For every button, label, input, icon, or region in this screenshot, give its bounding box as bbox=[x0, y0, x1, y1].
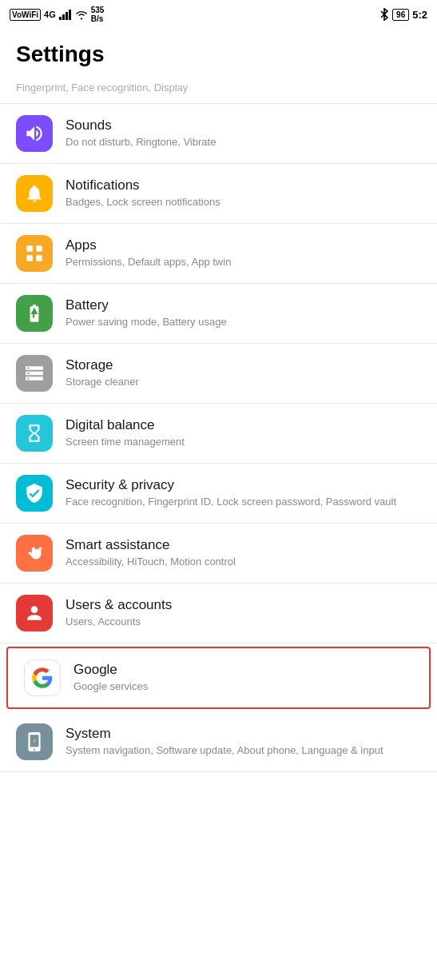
security-subtitle: Face recognition, Fingerprint ID, Lock s… bbox=[66, 495, 421, 509]
users-accounts-subtitle: Users, Accounts bbox=[66, 615, 421, 629]
sound-icon bbox=[24, 123, 45, 144]
status-left: VoWiFi 4G 535B/s bbox=[10, 6, 104, 23]
apps-text: Apps Permissions, Default apps, App twin bbox=[66, 237, 421, 269]
svg-rect-3 bbox=[69, 10, 71, 20]
status-right: 96 5:2 bbox=[379, 8, 427, 21]
settings-item-users-accounts[interactable]: Users & accounts Users, Accounts bbox=[0, 584, 437, 643]
shield-icon bbox=[24, 483, 45, 504]
system-subtitle: System navigation, Software update, Abou… bbox=[66, 743, 421, 758]
page-title: Settings bbox=[0, 29, 437, 75]
time: 5:2 bbox=[412, 9, 427, 21]
users-icon-wrapper bbox=[16, 595, 53, 631]
notifications-title: Notifications bbox=[66, 177, 421, 193]
svg-rect-1 bbox=[62, 14, 65, 20]
battery-icon bbox=[24, 303, 45, 324]
settings-item-google[interactable]: Google Google services bbox=[6, 647, 431, 709]
google-subtitle: Google services bbox=[73, 679, 413, 694]
speed-indicator: 535B/s bbox=[91, 6, 105, 23]
storage-title: Storage bbox=[66, 357, 421, 373]
status-bar: VoWiFi 4G 535B/s 96 5:2 bbox=[0, 0, 437, 29]
vowifi-indicator: VoWiFi bbox=[10, 9, 41, 21]
battery-icon-wrapper bbox=[16, 295, 53, 332]
system-icon-wrapper: i bbox=[16, 723, 53, 760]
settings-item-sounds[interactable]: Sounds Do not disturb, Ringtone, Vibrate bbox=[0, 104, 437, 164]
users-accounts-title: Users & accounts bbox=[66, 597, 421, 613]
svg-rect-6 bbox=[26, 255, 33, 261]
system-icon: i bbox=[24, 731, 45, 752]
storage-text: Storage Storage cleaner bbox=[66, 357, 421, 389]
security-text: Security & privacy Face recognition, Fin… bbox=[66, 477, 421, 509]
google-icon-wrapper bbox=[24, 659, 61, 696]
svg-rect-0 bbox=[59, 17, 62, 20]
sounds-icon-wrapper bbox=[16, 115, 53, 152]
signal-4g: 4G bbox=[44, 10, 56, 19]
sounds-subtitle: Do not disturb, Ringtone, Vibrate bbox=[66, 135, 421, 149]
battery-subtitle: Power saving mode, Battery usage bbox=[66, 315, 421, 329]
hand-icon bbox=[24, 543, 45, 564]
partial-item: Fingerprint, Face recognition, Display bbox=[0, 75, 437, 104]
user-icon bbox=[24, 603, 45, 623]
svg-rect-4 bbox=[26, 245, 33, 252]
settings-item-security-privacy[interactable]: Security & privacy Face recognition, Fin… bbox=[0, 464, 437, 524]
sounds-text: Sounds Do not disturb, Ringtone, Vibrate bbox=[66, 118, 421, 149]
settings-item-system[interactable]: i System System navigation, Software upd… bbox=[0, 712, 437, 772]
svg-rect-7 bbox=[36, 255, 42, 261]
signal-icon bbox=[59, 9, 72, 20]
settings-item-digital-balance[interactable]: Digital balance Screen time management bbox=[0, 404, 437, 464]
apps-subtitle: Permissions, Default apps, App twin bbox=[66, 255, 421, 269]
notifications-subtitle: Badges, Lock screen notifications bbox=[66, 195, 421, 209]
settings-item-smart-assistance[interactable]: Smart assistance Accessibility, HiTouch,… bbox=[0, 524, 437, 584]
notifications-text: Notifications Badges, Lock screen notifi… bbox=[66, 177, 421, 209]
smart-assistance-icon-wrapper bbox=[16, 535, 53, 572]
svg-rect-2 bbox=[66, 12, 68, 20]
battery-text: Battery Power saving mode, Battery usage bbox=[66, 297, 421, 329]
svg-rect-5 bbox=[36, 245, 42, 252]
system-text: System System navigation, Software updat… bbox=[66, 726, 421, 758]
settings-list: Sounds Do not disturb, Ringtone, Vibrate… bbox=[0, 104, 437, 772]
battery-indicator: 96 bbox=[392, 9, 409, 21]
apps-icon bbox=[24, 243, 45, 264]
smart-assistance-text: Smart assistance Accessibility, HiTouch,… bbox=[66, 537, 421, 569]
hourglass-icon bbox=[24, 423, 45, 444]
sounds-title: Sounds bbox=[66, 118, 421, 133]
users-accounts-text: Users & accounts Users, Accounts bbox=[66, 597, 421, 629]
storage-icon bbox=[24, 363, 45, 384]
security-title: Security & privacy bbox=[66, 477, 421, 493]
smart-assistance-subtitle: Accessibility, HiTouch, Motion control bbox=[66, 555, 421, 569]
battery-title: Battery bbox=[66, 297, 421, 313]
google-g-icon bbox=[31, 667, 54, 689]
apps-title: Apps bbox=[66, 237, 421, 253]
digital-balance-text: Digital balance Screen time management bbox=[66, 417, 421, 449]
storage-subtitle: Storage cleaner bbox=[66, 375, 421, 389]
wifi-icon bbox=[75, 9, 88, 20]
bell-icon bbox=[24, 183, 45, 204]
svg-text:i: i bbox=[34, 737, 35, 744]
settings-item-storage[interactable]: Storage Storage cleaner bbox=[0, 344, 437, 404]
settings-item-apps[interactable]: Apps Permissions, Default apps, App twin bbox=[0, 224, 437, 284]
bluetooth-icon bbox=[379, 8, 389, 21]
apps-icon-wrapper bbox=[16, 235, 53, 272]
system-title: System bbox=[66, 726, 421, 742]
storage-icon-wrapper bbox=[16, 355, 53, 392]
settings-item-battery[interactable]: Battery Power saving mode, Battery usage bbox=[0, 284, 437, 344]
digital-balance-title: Digital balance bbox=[66, 417, 421, 433]
smart-assistance-title: Smart assistance bbox=[66, 537, 421, 553]
digital-balance-icon-wrapper bbox=[16, 415, 53, 452]
security-icon-wrapper bbox=[16, 475, 53, 512]
digital-balance-subtitle: Screen time management bbox=[66, 435, 421, 449]
notifications-icon-wrapper bbox=[16, 175, 53, 212]
google-title: Google bbox=[73, 662, 413, 678]
google-text: Google Google services bbox=[73, 662, 413, 694]
settings-item-notifications[interactable]: Notifications Badges, Lock screen notifi… bbox=[0, 164, 437, 224]
